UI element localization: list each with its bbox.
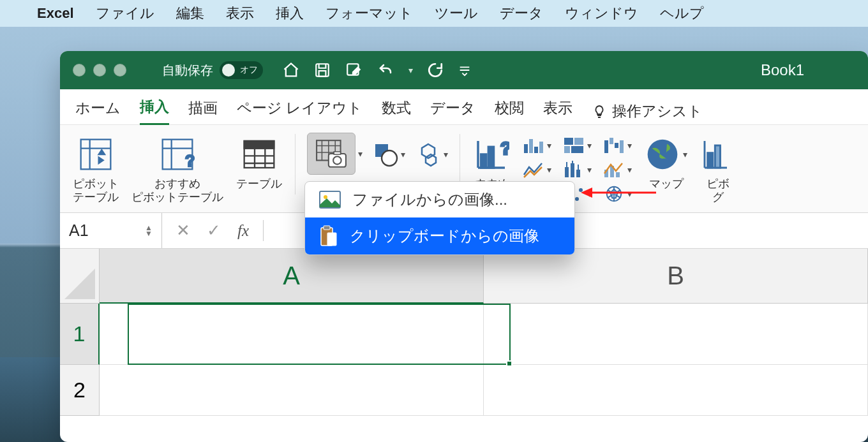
cancel-formula-icon[interactable]: ✕ — [176, 221, 190, 240]
menu-data[interactable]: データ — [500, 4, 543, 23]
tab-formulas[interactable]: 数式 — [382, 98, 411, 124]
zoom-window-button[interactable] — [114, 64, 126, 77]
tab-view[interactable]: 表示 — [543, 98, 572, 124]
svg-rect-32 — [615, 143, 618, 148]
svg-rect-47 — [708, 153, 713, 168]
customize-qat-icon[interactable] — [458, 63, 472, 77]
cell-b2[interactable] — [484, 365, 868, 416]
svg-rect-30 — [604, 140, 608, 153]
icons-button[interactable]: ▾ — [413, 133, 451, 176]
menu-view[interactable]: 表示 — [226, 4, 254, 23]
autosave-toggle[interactable]: オフ — [220, 61, 263, 79]
window-controls — [73, 64, 126, 77]
hierarchy-chart-icon — [563, 136, 585, 154]
name-box-spinner[interactable]: ▲▼ — [145, 225, 153, 237]
svg-rect-15 — [324, 226, 330, 230]
tab-draw[interactable]: 描画 — [188, 98, 218, 124]
document-title: Book1 — [761, 61, 804, 79]
ribbon-divider — [295, 134, 296, 195]
menu-window[interactable]: ウィンドウ — [565, 4, 638, 23]
combo-chart-icon — [603, 161, 625, 179]
menu-insert[interactable]: 挿入 — [276, 4, 304, 23]
picture-from-clipboard-item[interactable]: クリップボードからの画像 — [305, 217, 574, 254]
column-header-a[interactable]: A — [100, 249, 484, 304]
picture-from-file-item[interactable]: ファイルからの画像... — [305, 182, 574, 217]
menu-file[interactable]: ファイル — [96, 4, 154, 23]
line-chart-button[interactable]: ▾ — [519, 158, 555, 181]
window-titlebar: 自動保存 オフ ▾ Book1 — [60, 51, 868, 89]
recommended-pivot-button[interactable]: ? おすすめ ピボットテーブル — [128, 133, 227, 203]
cell-b1[interactable] — [484, 304, 868, 365]
row-header-2[interactable]: 2 — [60, 365, 100, 416]
excel-window: 自動保存 オフ ▾ Book1 ホーム 挿入 描画 ページ レイアウト 数式 デ… — [60, 51, 868, 442]
table-button[interactable]: テーブル — [232, 133, 286, 191]
svg-rect-22 — [524, 144, 528, 153]
column-chart-button[interactable]: ▾ — [519, 134, 555, 157]
ribbon-insert: ピボット テーブル ? おすすめ ピボットテーブル テーブル ▾ — [60, 125, 868, 213]
table-label: テーブル — [236, 177, 282, 191]
pivot-chart-label: ピボ グ — [707, 177, 730, 203]
svg-rect-34 — [565, 167, 569, 177]
pivot-chart-icon — [700, 136, 736, 172]
close-window-button[interactable] — [73, 64, 86, 77]
minimize-window-button[interactable] — [93, 64, 106, 77]
enter-formula-icon[interactable]: ✓ — [207, 221, 221, 240]
row-header-1[interactable]: 1 — [60, 304, 100, 365]
spreadsheet-grid: A B 1 2 — [60, 249, 868, 416]
pivot-chart-button[interactable]: ピボ グ — [696, 133, 740, 203]
pivot-table-icon — [78, 136, 114, 172]
pivot-table-label: ピボット テーブル — [73, 177, 119, 203]
mac-menu-bar: Excel ファイル 編集 表示 挿入 フォーマット ツール データ ウィンドウ… — [0, 0, 868, 27]
tell-me-assist[interactable]: 操作アシスト — [592, 101, 703, 121]
svg-rect-33 — [620, 140, 624, 153]
globe-icon — [645, 136, 680, 172]
hierarchy-chart-button[interactable]: ▾ — [559, 134, 595, 157]
recommended-pivot-label: おすすめ ピボットテーブル — [131, 177, 223, 203]
select-all-corner[interactable] — [60, 249, 100, 304]
redo-icon[interactable] — [427, 62, 444, 78]
statistic-chart-icon — [563, 161, 585, 179]
fx-label[interactable]: fx — [237, 222, 249, 240]
waterfall-chart-button[interactable]: ▾ — [599, 134, 636, 157]
combo-chart-button[interactable]: ▾ — [599, 158, 636, 181]
undo-icon[interactable] — [377, 63, 394, 78]
svg-rect-7 — [244, 141, 274, 149]
autosave-label: 自動保存 — [162, 62, 213, 79]
tab-data[interactable]: データ — [430, 98, 475, 124]
app-menu[interactable]: Excel — [37, 5, 74, 22]
menu-edit[interactable]: 編集 — [176, 4, 204, 23]
svg-rect-19 — [481, 154, 486, 168]
menu-format[interactable]: フォーマット — [326, 4, 413, 23]
pictures-button[interactable] — [307, 133, 355, 175]
column-header-b[interactable]: B — [484, 249, 868, 304]
table-icon — [241, 136, 277, 172]
cell-reference: A1 — [69, 221, 89, 240]
save-icon[interactable] — [314, 62, 331, 78]
save-edit-icon[interactable] — [345, 62, 363, 78]
home-icon[interactable] — [282, 61, 300, 79]
name-box[interactable]: A1 ▲▼ — [60, 213, 162, 248]
maps-button[interactable]: ▾ マップ — [641, 133, 691, 191]
tab-home[interactable]: ホーム — [75, 98, 121, 124]
picture-from-file-label: ファイルからの画像... — [352, 189, 507, 210]
undo-dropdown-caret[interactable]: ▾ — [408, 65, 413, 75]
cell-a2[interactable] — [100, 365, 484, 416]
svg-rect-36 — [576, 170, 580, 177]
svg-rect-23 — [529, 139, 533, 153]
cell-a1[interactable] — [100, 304, 484, 365]
tab-insert[interactable]: 挿入 — [140, 97, 169, 126]
tab-page-layout[interactable]: ページ レイアウト — [237, 98, 363, 124]
shapes-icon — [373, 142, 398, 167]
menu-help[interactable]: ヘルプ — [660, 4, 704, 23]
annotation-arrow — [581, 185, 657, 200]
icons-icon — [415, 142, 441, 167]
pivot-table-button[interactable]: ピボット テーブル — [69, 133, 123, 203]
svg-rect-3 — [81, 140, 111, 170]
tab-review[interactable]: 校閲 — [495, 98, 524, 124]
lightbulb-icon — [592, 103, 607, 121]
pictures-dropdown-caret[interactable]: ▾ — [358, 149, 363, 159]
shapes-button[interactable]: ▾ — [370, 133, 408, 176]
menu-tools[interactable]: ツール — [435, 4, 478, 23]
statistic-chart-button[interactable]: ▾ — [559, 158, 595, 181]
ribbon-tab-bar: ホーム 挿入 描画 ページ レイアウト 数式 データ 校閲 表示 操作アシスト — [60, 89, 868, 125]
